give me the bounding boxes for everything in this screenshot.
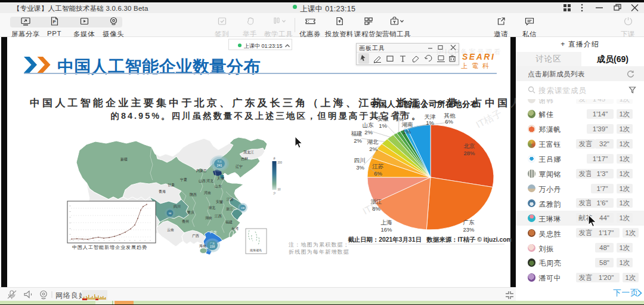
svg-text:2%: 2%: [354, 137, 362, 144]
svg-text:8%: 8%: [372, 205, 380, 212]
svg-text:安徽: 安徽: [377, 115, 389, 122]
svg-text:山东: 山东: [363, 122, 374, 128]
svg-text:中国人工智能公司所在地分布: 中国人工智能公司所在地分布: [370, 100, 479, 109]
svg-text:23%: 23%: [463, 226, 475, 233]
svg-text:2%: 2%: [364, 129, 373, 135]
svg-text:28%: 28%: [463, 150, 475, 156]
svg-text:截止日期：2021年3月31日 数据来源：IT桔子 ©: 截止日期：2021年3月31日 数据来源：IT桔子 © itjuzi.com: [348, 236, 512, 243]
svg-text:福建: 福建: [351, 130, 363, 137]
svg-text:6%: 6%: [374, 170, 382, 177]
svg-text:6%: 6%: [445, 118, 453, 125]
svg-text:1%: 1%: [426, 119, 434, 126]
svg-text:2%: 2%: [369, 146, 377, 152]
svg-text:湖南: 湖南: [402, 121, 413, 128]
svg-text:浙江: 浙江: [371, 198, 382, 205]
svg-text:3%: 3%: [356, 164, 364, 171]
svg-text:16%: 16%: [380, 226, 392, 233]
svg-text:1%: 1%: [379, 122, 387, 129]
svg-text:北京: 北京: [464, 143, 476, 149]
svg-text:广东: 广东: [463, 219, 475, 226]
svg-text:IT桔子: IT桔子: [474, 108, 503, 130]
svg-text:1%: 1%: [402, 128, 411, 135]
svg-text:四川: 四川: [354, 157, 366, 164]
svg-text:湖北: 湖北: [367, 138, 379, 145]
svg-text:江苏: 江苏: [372, 163, 385, 170]
svg-text:P: P: [52, 19, 55, 24]
svg-text:上海: 上海: [381, 219, 393, 226]
